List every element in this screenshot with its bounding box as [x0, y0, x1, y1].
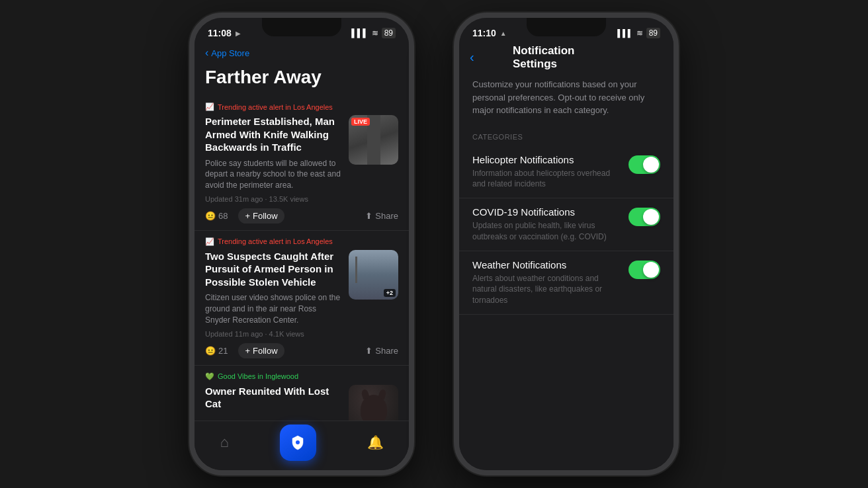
follow-label-1: Follow [253, 211, 278, 221]
share-icon-2: ⬆ [365, 346, 372, 356]
live-badge: LIVE [351, 118, 370, 126]
back-arrow-icon: ‹ [205, 47, 208, 59]
setting-name-1: Helicopter Notifications [472, 154, 622, 165]
follow-btn-2[interactable]: + Follow [238, 343, 284, 358]
nav-center-btn[interactable] [280, 425, 316, 461]
feed-meta-1: Updated 31m ago · 13.5K views [205, 195, 342, 203]
follow-label-2: Follow [253, 346, 278, 356]
reaction-icon-2: 😐 [205, 346, 216, 356]
wifi-icon: ≋ [372, 28, 378, 38]
svg-point-0 [296, 440, 300, 444]
feed-tag-1: 📈 Trending active alert in Los Angeles [205, 102, 398, 111]
plus-badge: +2 [384, 289, 396, 297]
setting-row-helicopter: Helicopter Notifications Information abo… [459, 146, 673, 199]
feed-tag-label-2: Trending active alert in Los Angeles [218, 237, 333, 245]
share-label-1: Share [375, 211, 398, 221]
battery-icon: 89 [382, 28, 396, 38]
setting-text-2: COVID-19 Notifications Updates on public… [472, 206, 622, 243]
feed-item-row-1: Perimeter Established, Man Armed With Kn… [205, 115, 398, 203]
setting-row-covid: COVID-19 Notifications Updates on public… [459, 198, 673, 251]
nav-home[interactable]: ⌂ [220, 434, 228, 451]
bell-icon: 🔔 [367, 434, 384, 450]
status-time-2: 11:10 [472, 28, 496, 38]
follow-plus-icon-2: + [245, 346, 250, 356]
feed-tag-2: 📈 Trending active alert in Los Angeles [205, 237, 398, 246]
setting-name-2: COVID-19 Notifications [472, 206, 622, 218]
feed-meta-2: Updated 11m ago · 4.1K views [205, 330, 342, 338]
reaction-btn-2[interactable]: 😐 21 [205, 346, 228, 356]
feed-body-1: Police say students will be allowed to d… [205, 158, 342, 191]
phone-1-screen: 11:08 ▶ ▌▌▌ ≋ 89 ‹ App Store Farther Awa… [195, 18, 409, 470]
battery-icon-2: 89 [646, 28, 660, 38]
trending-icon-1: 📈 [205, 102, 214, 111]
setting-text-3: Weather Notifications Alerts about weath… [472, 259, 622, 306]
trending-icon-2: 📈 [205, 237, 214, 246]
status-icons-2: ▌▌▌ ≋ 89 [617, 28, 660, 38]
covid-toggle[interactable] [629, 208, 660, 226]
home-icon: ⌂ [220, 434, 228, 451]
status-icons-1: ▌▌▌ ≋ 89 [351, 28, 396, 38]
follow-plus-icon-1: + [245, 211, 250, 221]
setting-row-header-3: Weather Notifications Alerts about weath… [472, 259, 660, 306]
wifi-icon-2: ≋ [636, 28, 643, 38]
feed-headline-1: Perimeter Established, Man Armed With Kn… [205, 115, 342, 154]
feed-item-row-2: Two Suspects Caught After Pursuit of Arm… [205, 250, 398, 338]
shield-icon [290, 434, 306, 450]
feed-thumb-2: +2 [349, 250, 398, 300]
setting-desc-1: Information about helicopters overhead a… [472, 168, 622, 190]
setting-row-header-1: Helicopter Notifications Information abo… [472, 154, 660, 190]
feed-text-2: Two Suspects Caught After Pursuit of Arm… [205, 250, 342, 338]
feed-headline-2: Two Suspects Caught After Pursuit of Arm… [205, 250, 342, 289]
location-icon: ▲ [500, 30, 507, 37]
status-indicator: ▶ [236, 30, 241, 37]
weather-toggle[interactable] [629, 261, 660, 279]
settings-description: Customize your notifications based on yo… [459, 73, 673, 128]
feed-text-1: Perimeter Established, Man Armed With Kn… [205, 115, 342, 203]
share-icon-1: ⬆ [365, 211, 372, 221]
good-vibes-label: Good Vibes in Inglewood [218, 372, 298, 380]
back-label: App Store [211, 48, 249, 58]
signal-icon-2: ▌▌▌ [617, 29, 632, 37]
follow-btn-1[interactable]: + Follow [238, 208, 284, 224]
setting-row-weather: Weather Notifications Alerts about weath… [459, 251, 673, 315]
phone-2: 11:10 ▲ ▌▌▌ ≋ 89 ‹ Notification Settings… [454, 13, 679, 475]
good-vibes-icon: 💚 [205, 372, 214, 381]
back-bar[interactable]: ‹ App Store [195, 44, 409, 63]
bottom-nav: ⌂ 🔔 [195, 421, 409, 470]
good-vibes-tag: 💚 Good Vibes in Inglewood [205, 372, 398, 381]
settings-title: Notification Settings [513, 44, 620, 71]
status-time-1: 11:08 [208, 28, 232, 38]
signal-icon: ▌▌▌ [351, 28, 369, 38]
phone-1: 11:08 ▶ ▌▌▌ ≋ 89 ‹ App Store Farther Awa… [189, 13, 414, 475]
phone-notch [262, 18, 341, 36]
feed-text-3: Owner Reunited With Lost Cat [205, 385, 342, 415]
categories-label: Categories [459, 128, 673, 146]
feed-item-1: 📈 Trending active alert in Los Angeles P… [195, 96, 409, 231]
reaction-icon-1: 😐 [205, 211, 216, 221]
page-title: Farther Away [195, 63, 409, 96]
helicopter-toggle[interactable] [629, 155, 660, 174]
settings-back-btn[interactable]: ‹ [470, 50, 474, 65]
setting-desc-2: Updates on public health, like virus out… [472, 220, 622, 243]
setting-text-1: Helicopter Notifications Information abo… [472, 154, 622, 190]
setting-row-header-2: COVID-19 Notifications Updates on public… [472, 206, 660, 243]
feed-thumb-1: LIVE [349, 115, 398, 165]
phone-2-screen: 11:10 ▲ ▌▌▌ ≋ 89 ‹ Notification Settings… [459, 18, 673, 470]
nav-bell[interactable]: 🔔 [367, 434, 384, 450]
share-btn-2[interactable]: ⬆ Share [365, 346, 398, 356]
phone-notch-2 [527, 18, 606, 36]
reaction-count-1: 68 [218, 211, 228, 221]
setting-name-3: Weather Notifications [472, 259, 622, 270]
feed-item-2: 📈 Trending active alert in Los Angeles T… [195, 231, 409, 366]
reaction-btn-1[interactable]: 😐 68 [205, 211, 228, 221]
feed-actions-1: 😐 68 + Follow ⬆ Share [205, 208, 398, 224]
feed-headline-3: Owner Reunited With Lost Cat [205, 385, 342, 411]
feed-tag-label-1: Trending active alert in Los Angeles [218, 103, 333, 111]
reaction-count-2: 21 [218, 346, 228, 356]
settings-header: ‹ Notification Settings [459, 44, 673, 73]
share-label-2: Share [375, 346, 398, 356]
feed-actions-2: 😐 21 + Follow ⬆ Share [205, 343, 398, 358]
feed-body-2: Citizen user video shows police on the g… [205, 292, 342, 325]
setting-desc-3: Alerts about weather conditions and natu… [472, 273, 622, 306]
share-btn-1[interactable]: ⬆ Share [365, 211, 398, 221]
